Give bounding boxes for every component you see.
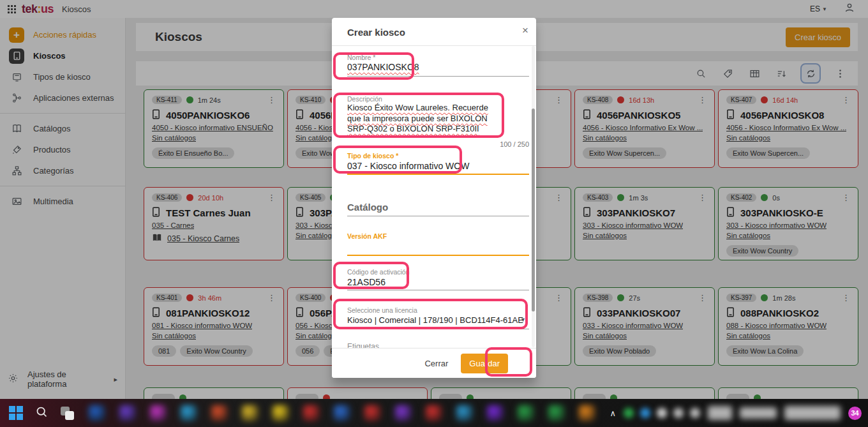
app-icon[interactable]: [333, 405, 350, 422]
app-icon[interactable]: [303, 405, 320, 422]
modal-scrollbar[interactable]: [532, 46, 535, 347]
field-underline-active: [347, 255, 529, 256]
modal-title: Crear kiosco: [347, 27, 405, 38]
name-field[interactable]: 037PANKIOSKO8: [347, 62, 419, 72]
tray-chevron-up-icon[interactable]: ∧: [610, 408, 616, 418]
char-counter: 100 / 250: [500, 140, 529, 148]
notification-area-blurred[interactable]: [784, 406, 841, 420]
tray-icon-blurred[interactable]: [640, 408, 650, 418]
tray-icon-blurred[interactable]: [690, 408, 700, 418]
field-underline: [347, 216, 529, 216]
field-underline: [347, 290, 529, 290]
activation-code-field-label: Código de activación: [347, 268, 409, 276]
activation-code-field[interactable]: 21ASD56: [347, 277, 385, 287]
create-kiosk-modal: Crear kiosco × Nombre * 037PANKIOSKO8 De…: [332, 18, 536, 378]
modal-footer: Cerrar Guardar: [332, 348, 536, 378]
tray-icon-blurred[interactable]: [673, 408, 684, 418]
cancel-button[interactable]: Cerrar: [415, 354, 457, 373]
akf-version-field-label: Versión AKF: [347, 232, 387, 240]
task-view-icon[interactable]: [61, 407, 74, 420]
app-icon[interactable]: [88, 405, 105, 422]
tray-icon-blurred[interactable]: [624, 408, 634, 418]
tray-icons-blurred[interactable]: [740, 407, 777, 419]
description-field-label: Descripción: [347, 95, 382, 103]
license-select-label: Seleccione una licencia: [347, 306, 417, 314]
field-underline: [347, 76, 529, 77]
field-underline-active: [347, 174, 529, 175]
catalog-field-label[interactable]: Catálogo: [347, 202, 388, 213]
kiosk-type-field[interactable]: 037 - Kiosco informativo WOW: [347, 161, 469, 171]
divider: [332, 45, 536, 46]
app-icon[interactable]: [578, 405, 595, 422]
app-icon[interactable]: [211, 405, 228, 422]
license-select[interactable]: Kiosco | Comercial | 178/190 | BCD114F4-…: [347, 315, 523, 325]
windows-taskbar: ∧ 34: [0, 399, 868, 427]
notification-badge[interactable]: 34: [848, 407, 862, 420]
clock-blurred[interactable]: [708, 406, 732, 420]
save-button[interactable]: Guardar: [461, 354, 508, 373]
app-icon[interactable]: [517, 405, 534, 422]
app-icon[interactable]: [486, 405, 504, 422]
app-icon[interactable]: [364, 405, 381, 422]
field-underline: [347, 329, 529, 329]
app-icon[interactable]: [119, 405, 136, 422]
app-icon[interactable]: [456, 405, 473, 422]
taskbar-search-icon[interactable]: [35, 405, 49, 421]
app-icon[interactable]: [425, 405, 442, 422]
app-icon[interactable]: [548, 405, 565, 422]
name-field-label: Nombre *: [347, 54, 375, 61]
app-icon[interactable]: [394, 405, 412, 422]
system-tray: ∧ 34: [610, 406, 868, 420]
chevron-down-icon: ▼: [520, 317, 526, 323]
app-icon[interactable]: [180, 405, 197, 422]
description-field[interactable]: Kiosco Éxito Wow Laureles. Recuerde que …: [347, 103, 504, 135]
kiosk-type-field-label: Tipo de kiosco *: [347, 152, 398, 160]
scrollbar-thumb[interactable]: [532, 109, 535, 311]
app-icon[interactable]: [149, 405, 167, 422]
app-icon[interactable]: [272, 405, 289, 422]
taskbar-apps: [88, 405, 595, 422]
tray-icon-blurred[interactable]: [657, 408, 667, 418]
close-icon[interactable]: ×: [522, 24, 528, 37]
browser-viewport: tek:us Kioscos ES▼ +Acciones rápidasKios…: [0, 0, 868, 399]
windows-start-icon[interactable]: [9, 406, 23, 420]
app-icon[interactable]: [241, 405, 258, 422]
